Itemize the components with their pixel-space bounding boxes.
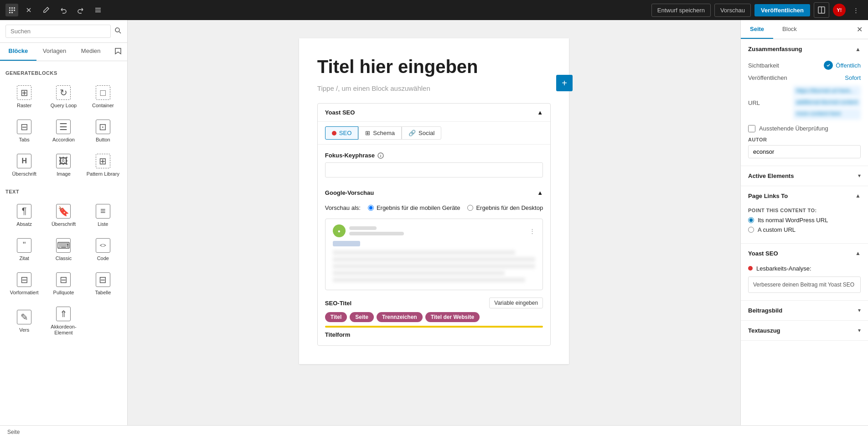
editor-body-placeholder[interactable]: Tippe /, um einen Block auszuwählen	[317, 84, 551, 92]
bookmark-icon[interactable]	[109, 43, 127, 61]
block-vorformatiert[interactable]: ⊟ Vorformatiert	[5, 267, 43, 300]
block-accordion[interactable]: ☰ Accordion	[45, 115, 82, 147]
right-tab-block[interactable]: Block	[773, 20, 806, 39]
close-right-panel-button[interactable]: ✕	[851, 20, 868, 39]
yoast-tab-social[interactable]: 🔗 Social	[402, 126, 441, 140]
yoast-tab-social-label: Social	[418, 130, 434, 136]
block-ueberschrift-text[interactable]: 🔖 Überschrift	[45, 199, 82, 231]
focus-keyphrase-input[interactable]	[325, 162, 543, 177]
block-image[interactable]: 🖼 Image	[45, 149, 82, 181]
block-zitat[interactable]: " Zitat	[5, 233, 43, 266]
edit-pencil-icon[interactable]	[39, 3, 53, 17]
undo-icon[interactable]	[57, 3, 70, 17]
ausstehend-checkbox[interactable]	[748, 125, 755, 132]
view-toggle-icon[interactable]	[814, 2, 829, 18]
preview-more-icon[interactable]: ⋮	[529, 228, 535, 235]
block-raster[interactable]: ⊞ Raster	[5, 80, 43, 113]
block-pullquote[interactable]: ⊟ Pullquote	[45, 267, 82, 300]
topbar-left	[5, 3, 105, 17]
seo-tag-trennzeichen[interactable]: Trennzeichen	[377, 312, 423, 322]
block-pullquote-label: Pullquote	[53, 290, 74, 296]
seo-tag-titel[interactable]: Titel	[325, 312, 347, 322]
radio-normal-url[interactable]	[748, 217, 754, 223]
block-ueberschrift[interactable]: H Überschrift	[5, 149, 43, 181]
autor-input[interactable]	[748, 145, 861, 158]
yoast-seo-chevron-icon: ▲	[855, 250, 861, 256]
right-tab-seite[interactable]: Seite	[741, 20, 773, 39]
redo-icon[interactable]	[74, 3, 88, 17]
active-elements-title: Active Elements	[748, 172, 794, 179]
yoast-tab-seo[interactable]: SEO	[325, 126, 358, 140]
user-avatar[interactable]: Y!	[833, 4, 846, 16]
desktop-radio-label[interactable]: Ergebnis für den Desktop	[467, 204, 543, 211]
wp-logo-icon[interactable]	[5, 4, 18, 16]
google-preview-header[interactable]: Google-Vorschau ▲	[325, 185, 543, 201]
accordion-page-links-header[interactable]: Page Links To ▲	[741, 186, 868, 206]
yoast-improve-box: Verbessere deinen Beitrag mit Yoast SEO	[748, 276, 861, 293]
vorformatiert-icon: ⊟	[17, 272, 31, 287]
save-draft-button[interactable]: Entwurf speichern	[651, 4, 711, 17]
block-classic[interactable]: ⌨ Classic	[45, 233, 82, 266]
tab-medien[interactable]: Medien	[72, 43, 109, 61]
block-liste[interactable]: ≡ Liste	[84, 199, 122, 231]
search-container	[0, 20, 127, 43]
close-editor-icon[interactable]	[22, 3, 36, 17]
block-zitat-label: Zitat	[19, 256, 29, 261]
accordion-zusammenfassung-header[interactable]: Zusammenfassung ▲	[741, 39, 868, 59]
generateblocks-grid: ⊞ Raster ↻ Query Loop □ Container ⊟ Tabs	[5, 80, 122, 182]
more-options-button[interactable]: ⋮	[849, 5, 863, 16]
desktop-radio[interactable]	[467, 205, 473, 211]
block-container-label: Container	[92, 103, 114, 109]
zusammenfassung-chevron-icon: ▲	[855, 46, 861, 52]
block-button[interactable]: ⊡ Button	[84, 115, 122, 147]
accordion-page-links-body: POINT THIS CONTENT TO: Its normal WordPr…	[741, 206, 868, 243]
block-classic-label: Classic	[56, 256, 72, 261]
seo-tag-website[interactable]: Titel der Website	[425, 312, 480, 322]
block-code[interactable]: <> Code	[84, 233, 122, 266]
akkordeon-icon: ⇑	[56, 307, 71, 321]
yoast-tab-schema[interactable]: ⊞ Schema	[358, 126, 402, 140]
page-title[interactable]: Titel hier eingeben	[317, 57, 551, 77]
absatz-icon: ¶	[17, 204, 31, 219]
tabelle-icon: ⊟	[96, 272, 110, 287]
seo-tag-seite[interactable]: Seite	[350, 312, 374, 322]
block-absatz[interactable]: ¶ Absatz	[5, 199, 43, 231]
google-preview-collapse: ▲	[537, 189, 543, 196]
section-generateblocks-label: GENERATEBLOCKS	[5, 70, 122, 76]
add-block-button[interactable]: +	[556, 75, 573, 91]
search-input[interactable]	[5, 25, 111, 38]
yoast-improve-text: Verbessere deinen Beitrag mit Yoast SEO	[753, 282, 854, 288]
accordion-active-elements: Active Elements ▾	[741, 166, 868, 186]
list-view-icon[interactable]	[91, 3, 105, 17]
accordion-yoast-seo-header[interactable]: Yoast SEO ▲	[741, 244, 868, 263]
mobile-radio-label[interactable]: Ergebnis für die mobilen Geräte	[368, 204, 460, 211]
block-vers[interactable]: ✎ Vers	[5, 302, 43, 340]
section-text-label: TEXT	[5, 189, 122, 194]
preview-desc-line-4	[333, 271, 505, 276]
veroeffentlichen-value[interactable]: Sofort	[845, 74, 861, 81]
publish-button[interactable]: Veröffentlichen	[754, 4, 810, 16]
accordion-beitragsbild: Beitragsbild ▾	[741, 301, 868, 321]
radio-custom-url[interactable]	[748, 227, 754, 233]
mobile-radio[interactable]	[368, 205, 374, 211]
block-akkordeon[interactable]: ⇑ Akkordeon-Element	[45, 302, 82, 340]
block-query-loop[interactable]: ↻ Query Loop	[45, 80, 82, 113]
tab-vorlagen[interactable]: Vorlagen	[36, 43, 73, 61]
pattern-library-icon: ⊞	[96, 154, 110, 168]
tab-blocks[interactable]: Blöcke	[0, 43, 36, 61]
block-tabs[interactable]: ⊟ Tabs	[5, 115, 43, 147]
sichtbarkeit-value[interactable]: Öffentlich	[836, 62, 861, 69]
block-pattern-library[interactable]: ⊞ Pattern Library	[84, 149, 122, 181]
preview-button[interactable]: Vorschau	[714, 4, 751, 17]
accordion-beitragsbild-header[interactable]: Beitragsbild ▾	[741, 301, 868, 320]
accordion-textauszug-header[interactable]: Textauszug ▾	[741, 321, 868, 340]
block-tabelle[interactable]: ⊟ Tabelle	[84, 267, 122, 300]
block-container[interactable]: □ Container	[84, 80, 122, 113]
accordion-active-elements-header[interactable]: Active Elements ▾	[741, 166, 868, 186]
block-button-label: Button	[96, 137, 110, 143]
variable-eingeben-button[interactable]: Variable eingeben	[489, 297, 543, 308]
search-button[interactable]	[114, 27, 122, 36]
yoast-header[interactable]: Yoast SEO ▲	[318, 104, 550, 122]
topbar-right: Entwurf speichern Vorschau Veröffentlich…	[651, 2, 863, 18]
google-preview-section: Google-Vorschau ▲ Vorschau als: Ergebnis…	[325, 185, 543, 290]
